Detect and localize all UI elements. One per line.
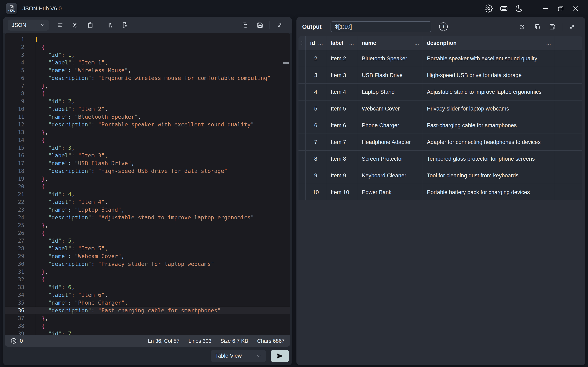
table-menu-button[interactable] — [298, 36, 306, 50]
minimize-button[interactable] — [539, 3, 552, 14]
share-output-button[interactable] — [517, 22, 527, 32]
code-text: "label": "Item 5", — [30, 245, 108, 252]
format-select[interactable]: JSON — [8, 20, 49, 31]
editor-line: 23 "name": "Laptop Stand", — [5, 206, 290, 214]
copy-source-button[interactable] — [240, 20, 250, 30]
code-text: "id": 7, — [30, 330, 75, 335]
editor-line: 36 "description": "Fast-charging cable f… — [5, 307, 290, 314]
output-title: Output — [302, 24, 321, 30]
cell-label: Item 4 — [326, 84, 357, 100]
editor-line: 17 "name": "USB Flash Drive", — [5, 159, 290, 167]
error-count-badge: 0 — [10, 338, 23, 344]
cell-description: Tempered glass protector for phone scree… — [423, 151, 554, 167]
expand-editor-button[interactable] — [275, 20, 285, 30]
cell-spacer — [554, 84, 582, 100]
column-menu-handle[interactable]: ... — [415, 40, 419, 46]
cell-label: Item 8 — [326, 151, 357, 167]
char-count: Chars 6867 — [257, 338, 285, 344]
restore-icon — [557, 4, 565, 13]
copy-icon — [534, 24, 540, 30]
paste-button[interactable] — [85, 20, 95, 30]
line-number: 34 — [5, 291, 30, 299]
line-number: 39 — [5, 330, 30, 335]
cell-id: 2 — [306, 50, 326, 67]
restore-button[interactable] — [554, 3, 567, 14]
line-number: 15 — [5, 144, 30, 152]
minify-button[interactable] — [70, 20, 80, 30]
line-number: 13 — [5, 128, 30, 136]
code-text: "name": "Wireless Mouse", — [30, 67, 131, 74]
code-text: "name": "Bluetooth Speaker", — [30, 113, 141, 121]
column-menu-handle[interactable]: ... — [546, 40, 551, 46]
row-gutter — [298, 167, 306, 184]
code-text: "description": "Ergonomic wireless mouse… — [30, 74, 270, 82]
editor-statusbar: 0 Ln 36, Col 57 Lines 303 Size 6.7 KB Ch… — [5, 335, 290, 347]
file-size: Size 6.7 KB — [221, 338, 248, 344]
theme-toggle-button[interactable] — [512, 3, 526, 14]
save-output-button[interactable] — [547, 22, 557, 32]
editor-scrollbar-thumb[interactable] — [283, 62, 289, 64]
minimize-icon — [541, 4, 550, 13]
export-file-button[interactable] — [120, 20, 130, 30]
cell-spacer — [554, 151, 582, 167]
column-menu-handle[interactable]: ... — [318, 40, 323, 46]
code-text: }, — [30, 221, 48, 229]
code-text: }, — [30, 175, 48, 183]
close-button[interactable] — [569, 3, 582, 14]
editor-line: 21 "id": 4, — [5, 191, 290, 198]
line-number: 26 — [5, 229, 30, 237]
editor-line: 30 "description": "Privacy slider for la… — [5, 260, 290, 268]
chevron-down-icon — [40, 23, 45, 27]
save-icon — [257, 22, 263, 28]
library-button[interactable] — [105, 20, 115, 30]
editor-panel: JSON — [3, 17, 292, 365]
cell-id: 3 — [306, 67, 326, 83]
expand-output-button[interactable] — [567, 22, 577, 32]
column-menu-handle[interactable]: ... — [349, 40, 354, 46]
line-number: 8 — [5, 90, 30, 98]
cell-label: Item 9 — [326, 167, 357, 184]
format-document-button[interactable] — [55, 20, 65, 30]
cell-name: Bluetooth Speaker — [357, 50, 423, 67]
jsonpath-query-input[interactable] — [330, 21, 432, 32]
settings-button[interactable] — [482, 3, 495, 14]
table-row: 3Item 3USB Flash DriveHigh-speed USB dri… — [298, 67, 582, 83]
line-number: 4 — [5, 59, 30, 67]
cell-description: Portable battery pack for charging devic… — [423, 184, 554, 200]
save-source-button[interactable] — [255, 20, 265, 30]
editor-line: 5 "name": "Wireless Mouse", — [5, 67, 290, 74]
line-number: 12 — [5, 121, 30, 128]
code-text: "name": "Laptop Stand", — [30, 206, 125, 214]
view-mode-select[interactable]: Table View — [211, 350, 266, 362]
code-text: "label": "Item 3", — [30, 152, 108, 159]
editor-line: 8 { — [5, 90, 290, 98]
editor-line: 4 "label": "Item 1", — [5, 59, 290, 67]
line-number: 36 — [5, 307, 30, 314]
format-select-value: JSON — [12, 22, 26, 28]
editor-line: 24 "description": "Adjustable stand to i… — [5, 214, 290, 221]
cell-label: Item 7 — [326, 134, 357, 150]
cell-name: Power Bank — [357, 184, 423, 200]
keyboard-shortcuts-button[interactable] — [497, 3, 510, 14]
code-text: }, — [30, 268, 48, 276]
line-number: 21 — [5, 191, 30, 198]
line-number: 32 — [5, 276, 30, 284]
editor-line: 38 { — [5, 322, 290, 330]
cell-name: Webcam Cover — [357, 100, 423, 117]
query-info-button[interactable]: i — [439, 22, 448, 31]
error-circle-icon — [10, 338, 17, 344]
run-controls: Table View — [3, 347, 292, 365]
expand-icon — [569, 24, 575, 30]
cell-id: 10 — [306, 184, 326, 200]
line-number: 11 — [5, 113, 30, 121]
app-window: JSON JSON Hub V6.0 — [0, 0, 588, 367]
cell-description: Adapter for connecting headphones to dev… — [423, 134, 554, 150]
run-query-button[interactable] — [271, 350, 289, 362]
json-code-editor[interactable]: 1[2 {3 "id": 1,4 "label": "Item 1",5 "na… — [5, 33, 290, 335]
titlebar: JSON JSON Hub V6.0 — [0, 0, 588, 17]
table-row: 8Item 8Screen ProtectorTempered glass pr… — [298, 150, 582, 167]
status-metrics: Ln 36, Col 57 Lines 303 Size 6.7 KB Char… — [148, 338, 285, 344]
column-label: label — [331, 40, 343, 46]
editor-line: 15 "id": 3, — [5, 144, 290, 152]
copy-output-button[interactable] — [532, 22, 542, 32]
